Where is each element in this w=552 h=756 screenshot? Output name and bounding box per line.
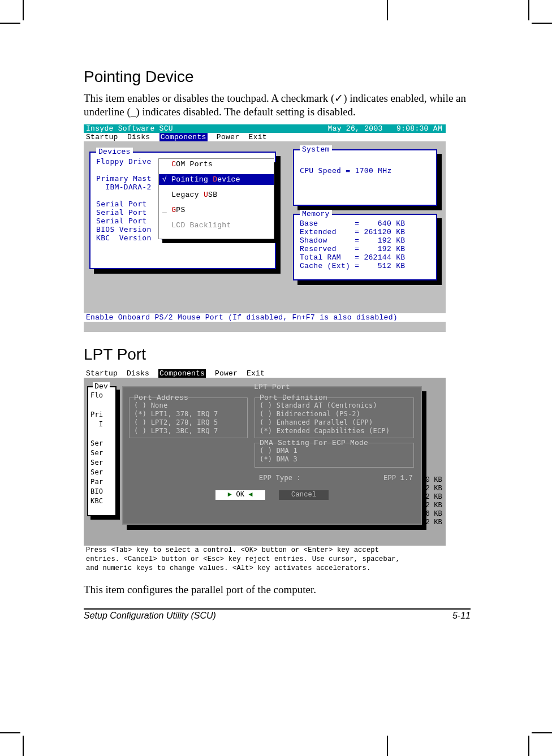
dropdown-item[interactable]: LCD Backlight [159,220,274,231]
scu2-lpt-modal: LPT Port Port Address ( ) None (*) LPT1,… [122,386,422,525]
scu2-port-address-legend: Port Address [134,394,188,402]
scu2-help-text: Press <Tab> key to select a control. <OK… [84,546,446,573]
screenshot-scu-pointing-device: Insyde Software SCUMay 26, 2003 9:08:30 … [84,124,446,332]
scu2-dma-legend: DMA Setting For ECP Mode [260,439,368,447]
scu2-epp-type-line: EPP Type : EPP 1.7 [259,474,413,483]
dropdown-item[interactable]: _ GPS [159,205,274,215]
scu2-epp-value: EPP 1.7 [383,474,413,483]
scu1-menubar[interactable]: Startup Disks Components Power Exit [84,133,446,141]
scu1-components-dropdown[interactable]: COM Ports√ Pointing Device Legacy USB_ G… [158,158,274,239]
scu2-devbox-body: Flo Pri I Ser Ser Ser Ser Par BIO KBC [90,391,113,506]
scu1-memory-legend: Memory [300,210,332,218]
scu1-system-legend: System [300,145,332,154]
scu1-help-line: Enable Onboard PS/2 Mouse Port (If disab… [84,313,446,322]
heading-lpt-port: LPT Port [84,345,471,364]
para-pointing-device: This item enables or disables the touchp… [84,92,471,119]
footer-left: Setup Configuration Utility (SCU) [84,611,216,621]
scu2-port-definition-legend: Port Definition [260,394,327,402]
scu2-port-address-group[interactable]: Port Address ( ) None (*) LPT1, 378, IRQ… [129,398,248,438]
scu1-titlebar: Insyde Software SCUMay 26, 2003 9:08:30 … [84,124,446,133]
scu2-devices-panel-clipped: Dev Flo Pri I Ser Ser Ser Ser Par BIO KB… [87,386,117,516]
scu2-modal-title: LPT Port [254,383,290,391]
screenshot-scu-lpt-port: Startup Disks Components Power Exit Dev … [84,369,446,573]
scu1-memory-panel: Memory Base = 640 KB Extended = 261120 K… [293,214,437,280]
scu2-devbox-legend: Dev [93,382,110,391]
para-lpt-port: This item configures the parallel port o… [84,583,471,597]
scu2-epp-label: EPP Type : [259,474,301,483]
scu1-system-panel: System CPU Speed = 1700 MHz [293,149,437,206]
ok-button[interactable]: OK [215,490,265,500]
scu1-title-left: Insyde Software SCU [86,124,173,133]
scu2-menubar[interactable]: Startup Disks Components Power Exit [84,369,446,378]
scu2-port-address-options[interactable]: ( ) None (*) LPT1, 378, IRQ 7 ( ) LPT2, … [134,401,243,435]
page-footer: Setup Configuration Utility (SCU) 5-11 [84,608,471,621]
scu1-system-line: CPU Speed = 1700 MHz [300,166,430,175]
cancel-button[interactable]: Cancel [279,490,329,500]
scu2-dma-options[interactable]: ( ) DMA 1 (*) DMA 3 [260,447,409,464]
dropdown-item[interactable]: COM Ports [159,159,274,170]
dropdown-item[interactable]: √ Pointing Device [159,174,274,185]
scu2-port-definition-options[interactable]: ( ) Standard AT (Centronics) ( ) Bidirec… [260,401,409,435]
scu2-port-definition-group[interactable]: Port Definition ( ) Standard AT (Centron… [255,398,414,438]
heading-pointing-device: Pointing Device [84,68,471,86]
scu1-memory-body: Base = 640 KB Extended = 261120 KB Shado… [300,219,430,270]
footer-page-number: 5-11 [452,611,471,621]
scu1-devices-legend: Devices [96,148,133,156]
dropdown-item[interactable]: Legacy USB [159,189,274,200]
scu2-right-kb-list: 0 KB 2 KB 2 KB 2 KB 6 KB 2 KB [425,476,442,527]
scu2-dma-group[interactable]: DMA Setting For ECP Mode ( ) DMA 1 (*) D… [255,443,414,468]
scu1-title-right: May 26, 2003 9:08:30 AM [327,124,446,133]
